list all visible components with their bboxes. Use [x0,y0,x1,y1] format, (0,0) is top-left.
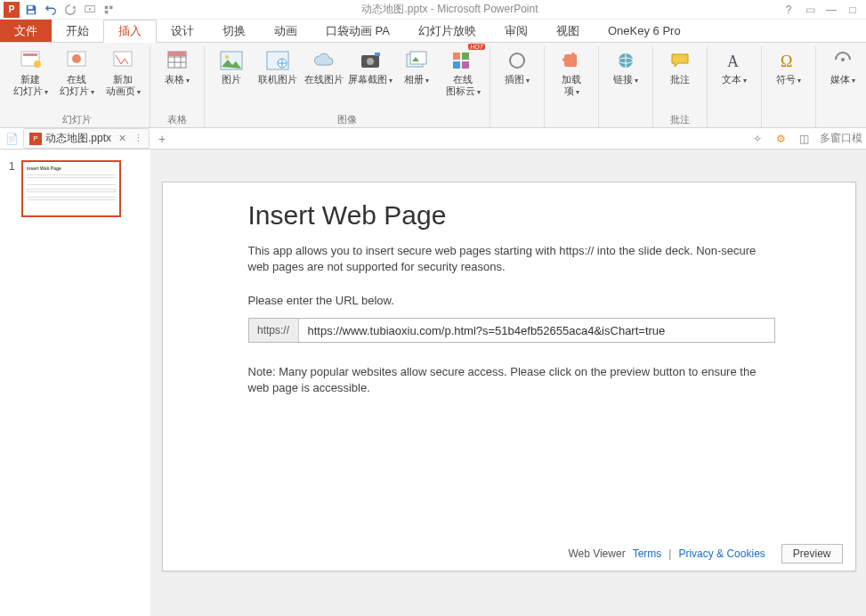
comment-label: 批注 [670,74,690,85]
svg-point-19 [225,55,229,59]
online-picture-icon [263,48,292,73]
online-picture-button[interactable]: 联机图片 [258,46,297,85]
text-label: 文本 [722,74,747,86]
online-picture2-label: 在线图片 [304,74,344,85]
gear-icon[interactable]: ⚙ [773,133,788,145]
ribbon-tabs: 文件 开始 插入 设计 切换 动画 口袋动画 PA 幻灯片放映 审阅 视图 On… [0,20,866,43]
link-button[interactable]: 链接 [606,46,645,86]
save-icon[interactable] [21,1,41,19]
tab-onekey[interactable]: OneKey 6 Pro [594,20,695,42]
new-anim-page-label: 新加 动画页 [106,74,141,98]
group-media: 媒体 [816,46,866,127]
album-button[interactable]: 相册 [397,46,436,86]
svg-point-8 [34,61,41,68]
redo-icon[interactable] [61,1,80,19]
comment-button[interactable]: 批注 [660,46,700,85]
screenshot-button[interactable]: 屏幕截图 [351,46,390,86]
online-picture-label: 联机图片 [258,74,297,85]
tab-review[interactable]: 审阅 [490,20,542,42]
group-slides: 新建 幻灯片 在线 幻灯片 新加 动画页 幻灯片 [4,46,150,127]
tab-transitions[interactable]: 切换 [208,20,260,42]
tab-pocket-anim[interactable]: 口袋动画 PA [312,20,404,42]
new-slide-label: 新建 幻灯片 [13,74,48,98]
group-addin: 加载 项 [545,46,599,127]
thumbnail-preview: Insert Web Page [21,160,121,217]
symbol-button[interactable]: Ω 符号 [769,46,808,86]
ribbon: 新建 幻灯片 在线 幻灯片 新加 动画页 幻灯片 表格 表格 [0,43,866,128]
multi-window-icon[interactable]: ◫ [797,133,811,145]
tab-design[interactable]: 设计 [157,20,208,42]
tab-view[interactable]: 视图 [542,20,594,42]
thumbnail-number: 1 [9,160,16,217]
svg-rect-28 [462,53,469,60]
new-anim-page-icon [109,48,137,73]
slide[interactable]: Insert Web Page This app allows you to i… [162,182,856,571]
quick-access-toolbar: P [0,1,119,19]
tab-insert[interactable]: 插入 [103,20,157,43]
svg-point-31 [510,53,524,68]
ribbon-options-icon[interactable]: ▭ [802,4,818,16]
shape-button[interactable]: 插图 [498,46,537,86]
album-label: 相册 [404,74,429,86]
text-button[interactable]: A 文本 [715,46,754,86]
url-input[interactable] [299,319,774,342]
tab-animations[interactable]: 动画 [260,20,312,42]
privacy-link[interactable]: Privacy & Cookies [678,547,765,560]
footer-separator: | [668,547,671,560]
preview-button[interactable]: Preview [781,544,843,563]
tab-slideshow[interactable]: 幻灯片放映 [404,20,490,42]
tab-more-icon[interactable]: ⋮ [134,133,143,144]
doc-list-icon[interactable]: 📄 [4,133,20,145]
group-tables-label: 表格 [167,111,187,127]
thumbnail-1[interactable]: 1 Insert Web Page [9,160,142,217]
table-label: 表格 [165,74,190,86]
document-tab[interactable]: P 动态地图.pptx ✕ ⋮ [23,128,150,149]
picture-button[interactable]: 图片 [212,46,251,85]
tab-home[interactable]: 开始 [52,20,103,42]
new-tab-button[interactable]: + [153,132,171,146]
hot-badge: HOT [468,44,485,50]
svg-point-23 [367,58,374,65]
minimize-icon[interactable]: — [823,4,839,16]
group-symbol: Ω 符号 [762,46,816,127]
start-slideshow-icon[interactable] [80,1,100,19]
svg-rect-30 [462,61,469,69]
media-button[interactable]: 媒体 [823,46,862,86]
svg-rect-17 [168,52,186,56]
online-slide-icon [62,48,91,73]
group-comment: 批注 批注 [653,46,708,127]
terms-link[interactable]: Terms [633,547,662,560]
new-slide-button[interactable]: 新建 幻灯片 [11,46,50,98]
online-slide-label: 在线 幻灯片 [60,74,94,98]
qat-more-icon[interactable] [100,1,119,19]
svg-point-37 [841,58,845,61]
group-illustrations: 插图 [490,46,545,127]
media-icon [829,48,857,73]
screenshot-icon [356,48,384,73]
url-row: https:// [248,318,775,343]
table-icon [163,48,191,73]
svg-rect-26 [410,52,426,64]
pin-icon[interactable]: ✧ [750,133,765,145]
icon-cloud-button[interactable]: HOT 在线 图标云 [443,46,482,98]
addin-button[interactable]: 加载 项 [552,46,591,98]
undo-icon[interactable] [41,1,61,19]
app-icon[interactable]: P [2,1,21,19]
group-text: A 文本 [708,46,762,127]
help-icon[interactable]: ? [781,4,797,16]
close-tab-icon[interactable]: ✕ [118,133,126,144]
svg-rect-5 [105,10,109,13]
new-anim-page-button[interactable]: 新加 动画页 [103,46,142,98]
table-button[interactable]: 表格 [158,46,197,86]
cloud-picture-icon [310,48,338,73]
online-picture2-button[interactable]: 在线图片 [304,46,344,85]
tab-file[interactable]: 文件 [0,20,52,42]
multi-window-label[interactable]: 多窗口模 [820,131,862,146]
document-tabs: 📄 P 动态地图.pptx ✕ ⋮ + ✧ ⚙ ◫ 多窗口模 [0,128,866,150]
restore-icon[interactable]: □ [845,4,861,16]
online-slide-button[interactable]: 在线 幻灯片 [57,46,96,98]
svg-point-10 [72,54,81,63]
webviewer-heading: Insert Web Page [248,200,770,231]
url-prefix: https:// [249,319,299,342]
screenshot-label: 屏幕截图 [348,74,393,86]
